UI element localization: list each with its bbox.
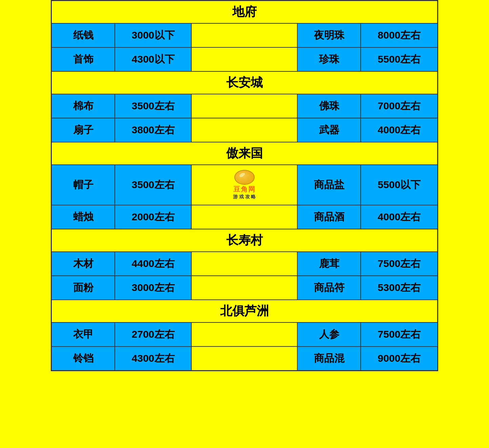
cell-left-value: 4400左右 [115,252,191,276]
cell-right-value: 4000左右 [361,205,438,229]
section-header-1: 长安城 [51,71,438,94]
cell-right-name: 佛珠 [297,94,361,118]
spacer-cell [191,322,297,346]
cell-right-value: 4000左右 [361,118,438,142]
cell-right-value: 5300左右 [361,276,438,300]
cell-left-name: 扇子 [51,118,115,142]
spacer-cell [191,276,297,300]
cell-right-value: 7500左右 [361,322,438,346]
watermark-site: 豆角网 [233,185,256,194]
spacer-cell [191,118,297,142]
spacer-cell [191,94,297,118]
cell-left-name: 首饰 [51,47,115,71]
watermark: 豆角网 游 戏 攻 略 [194,170,294,200]
cell-left-value: 4300以下 [115,47,191,71]
cell-left-value: 3000以下 [115,23,191,47]
cell-right-value: 5500以下 [361,165,438,205]
cell-right-name: 珍珠 [297,47,361,71]
cell-right-name: 商品符 [297,276,361,300]
section-header-0: 地府 [51,1,438,24]
spacer-cell: 豆角网 游 戏 攻 略 [191,165,297,205]
cell-left-name: 木材 [51,252,115,276]
section-header-2: 傲来国 [51,142,438,165]
price-table: 地府纸钱3000以下夜明珠8000左右首饰4300以下珍珠5500左右长安城棉布… [51,0,438,371]
spacer-cell [191,252,297,276]
cell-left-value: 3500左右 [115,165,191,205]
cell-left-value: 3800左右 [115,118,191,142]
bean-logo-icon [234,170,255,185]
cell-right-value: 9000左右 [361,346,438,371]
cell-right-value: 7500左右 [361,252,438,276]
cell-right-value: 8000左右 [361,23,438,47]
cell-left-name: 帽子 [51,165,115,205]
cell-right-name: 夜明珠 [297,23,361,47]
cell-left-name: 衣甲 [51,322,115,346]
cell-left-value: 2700左右 [115,322,191,346]
cell-right-value: 7000左右 [361,94,438,118]
cell-left-name: 棉布 [51,94,115,118]
cell-left-name: 蜡烛 [51,205,115,229]
spacer-cell [191,346,297,371]
section-header-4: 北俱芦洲 [51,300,438,322]
cell-left-value: 2000左右 [115,205,191,229]
cell-right-value: 5500左右 [361,47,438,71]
cell-left-value: 4300左右 [115,346,191,371]
cell-right-name: 商品盐 [297,165,361,205]
cell-left-name: 纸钱 [51,23,115,47]
cell-right-name: 鹿茸 [297,252,361,276]
cell-left-name: 铃铛 [51,346,115,371]
cell-left-name: 面粉 [51,276,115,300]
cell-left-value: 3000左右 [115,276,191,300]
spacer-cell [191,205,297,229]
cell-right-name: 商品酒 [297,205,361,229]
cell-right-name: 人参 [297,322,361,346]
watermark-sub: 游 戏 攻 略 [233,194,256,200]
cell-right-name: 武器 [297,118,361,142]
cell-left-value: 3500左右 [115,94,191,118]
spacer-cell [191,23,297,47]
spacer-cell [191,47,297,71]
cell-right-name: 商品混 [297,346,361,371]
section-header-3: 长寿村 [51,229,438,252]
